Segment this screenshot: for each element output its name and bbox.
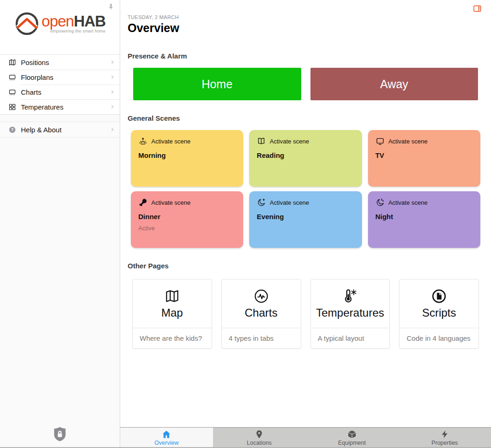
sidebar-item-floorplans[interactable]: Floorplans [0, 70, 120, 84]
logo-tagline: empowering the smart home [50, 29, 105, 33]
page-card-temperatures[interactable]: Temperatures A typical layout [310, 279, 390, 349]
cube-icon [347, 429, 357, 439]
sidebar-item-temperatures[interactable]: Temperatures [0, 99, 120, 114]
map-icon [164, 288, 180, 304]
thermometer-snowflake-icon [342, 288, 358, 304]
map-icon [8, 58, 16, 66]
openhab-logo[interactable]: openHAB empowering the smart home [0, 0, 120, 36]
chevron-right-icon [110, 104, 115, 110]
section-title-scenes: General Scenes [128, 114, 484, 122]
grid-icon [8, 103, 16, 111]
moon-plus-icon [257, 198, 266, 207]
tab-overview[interactable]: Overview [120, 428, 213, 447]
drumstick-icon [138, 198, 148, 207]
shield-lock-icon[interactable] [52, 426, 68, 442]
section-title-presence: Presence & Alarm [128, 52, 484, 60]
home-icon [162, 429, 171, 439]
scene-card-evening[interactable]: Activate scene Evening [249, 191, 362, 248]
scene-status: Active [138, 225, 236, 232]
scene-card-dinner[interactable]: Activate scene Dinner Active [131, 191, 243, 248]
tab-equipment[interactable]: Equipment [306, 428, 399, 447]
scene-card-reading[interactable]: Activate scene Reading [249, 130, 362, 187]
main-panel: TUESDAY, 2 MARCH Overview Presence & Ala… [120, 0, 491, 447]
away-button[interactable]: Away [310, 68, 478, 100]
page-title: Overview [128, 21, 484, 35]
sidebar-help-menu: ? Help & About [0, 122, 120, 137]
doc-circle-icon [431, 288, 447, 304]
bottom-tabbar: Overview Locations Equipment Properties [120, 427, 491, 447]
overview-page: TUESDAY, 2 MARCH Overview Presence & Ala… [120, 0, 491, 427]
scene-card-tv[interactable]: Activate scene TV [368, 130, 480, 187]
home-button[interactable]: Home [133, 68, 301, 100]
tv-icon [375, 136, 385, 146]
waveform-circle-icon [253, 288, 269, 304]
pin-sidebar-icon[interactable] [107, 3, 115, 11]
question-icon: ? [8, 126, 16, 134]
page-card-map[interactable]: Map Where are the kids? [132, 279, 212, 349]
right-panel-toggle-icon[interactable] [473, 4, 482, 13]
sidebar-item-help-about[interactable]: ? Help & About [0, 122, 120, 137]
page-card-scripts[interactable]: Scripts Code in 4 languages [399, 279, 479, 349]
tab-locations[interactable]: Locations [213, 428, 306, 447]
moon-zzz-icon [375, 198, 385, 207]
scene-grid: Activate scene Morning Activate scene Re… [131, 130, 480, 248]
page-header: TUESDAY, 2 MARCH Overview [120, 0, 491, 35]
page-date: TUESDAY, 2 MARCH [128, 14, 484, 20]
sunrise-icon [138, 136, 148, 146]
sidebar-item-charts[interactable]: Charts [0, 84, 120, 99]
chevron-right-icon [110, 74, 115, 80]
board-icon [8, 73, 16, 81]
board-icon [8, 88, 16, 96]
chevron-right-icon [110, 59, 115, 65]
scene-card-morning[interactable]: Activate scene Morning [131, 130, 243, 187]
section-title-other-pages: Other Pages [128, 262, 484, 270]
svg-text:?: ? [11, 127, 13, 132]
sidebar-item-positions[interactable]: Positions [0, 55, 120, 70]
chevron-right-icon [110, 127, 115, 132]
openhab-house-icon [14, 11, 39, 36]
openhab-app: openHAB empowering the smart home Positi… [0, 0, 491, 447]
sidebar: openHAB empowering the smart home Positi… [0, 0, 120, 447]
bolt-icon [440, 429, 450, 439]
page-card-charts[interactable]: Charts 4 types in tabs [221, 279, 301, 349]
scene-card-night[interactable]: Activate scene Night [368, 191, 480, 248]
tab-properties[interactable]: Properties [398, 428, 491, 447]
other-pages-grid: Map Where are the kids? Charts 4 types i… [132, 279, 479, 349]
sidebar-logo-block: openHAB empowering the smart home [0, 0, 120, 54]
chevron-right-icon [110, 89, 115, 95]
location-pin-icon [254, 429, 264, 439]
openhab-wordmark: openHAB [42, 14, 106, 28]
presence-button-row: Home Away [133, 68, 478, 100]
open-book-icon [257, 136, 266, 146]
sidebar-menu: Positions Floorplans Charts [0, 54, 120, 115]
